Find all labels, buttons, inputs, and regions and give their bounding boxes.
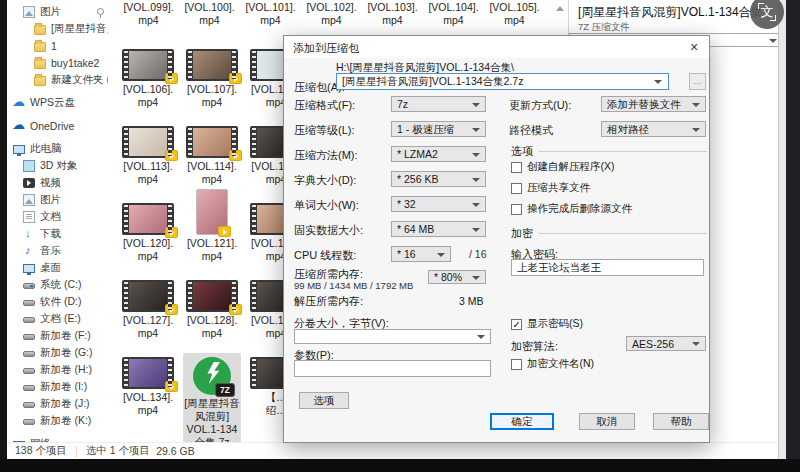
sidebar-item-icon [23,178,35,188]
file-item[interactable]: [VOL.113].mp4 [116,122,180,186]
sidebar-item[interactable]: OneDrive [7,117,108,134]
sidebar-item-label: 新加卷 (I:) [40,380,87,394]
field-dropdown[interactable]: * 64 MB [391,221,486,237]
field-dropdown[interactable]: 1 - 极速压缩 [391,121,486,137]
file-name: [VOL.127].mp4 [123,314,173,340]
browse-button[interactable]: … [689,73,706,90]
algorithm-dropdown[interactable]: AES-256 [626,336,706,351]
file-item[interactable]: [VOL.106].mp4 [116,45,180,109]
memory-percent-dropdown[interactable]: * 80% [428,270,486,284]
file-item[interactable]: [VOL.105]. mp4 [484,1,545,27]
field-dropdown[interactable]: * 16 [391,246,451,262]
sidebar-item[interactable]: 新加卷 (F:) [7,327,108,344]
sidebar-item[interactable]: buy1take2 [7,54,108,71]
file-item[interactable]: [VOL.101]. mp4 [240,1,301,27]
sidebar-item[interactable]: 新加卷 (I:) [7,378,108,395]
file-item[interactable]: [VOL.120].mp4 [116,199,180,263]
status-divider [76,446,77,457]
close-icon[interactable]: ✕ [686,39,702,55]
file-item[interactable]: [VOL.128].mp4 [180,276,244,340]
sidebar-item[interactable]: 文档 (E:) [7,310,108,327]
sidebar-item-label: 图片 [40,5,61,19]
file-item[interactable]: [VOL.099]. mp4 [118,1,179,27]
file-item[interactable]: [VOL.102]. mp4 [301,1,362,27]
dialog-button[interactable]: 确定 [490,413,554,430]
sidebar-item[interactable]: 视频 [7,174,108,191]
player-badge-icon [165,227,178,238]
field-dropdown[interactable]: * 32 [391,196,486,212]
sidebar-item[interactable]: 图片 [7,191,108,208]
sidebar-item-icon [13,120,25,132]
file-item[interactable]: [VOL.134].mp4 [116,353,180,452]
volume-size-combo[interactable] [294,329,491,344]
sidebar-item-icon [23,228,35,240]
player-badge-icon [165,304,178,315]
sidebar-item[interactable]: 新加卷 (G:) [7,344,108,361]
player-badge-icon [229,73,242,84]
path-mode-dropdown[interactable]: 相对路径 [601,121,706,137]
chevron-down-icon [477,335,485,339]
sidebar-item[interactable]: 桌面 [7,259,108,276]
scroll-up-icon[interactable] [556,6,564,11]
player-badge-icon [165,73,178,84]
sidebar-item-label: buy1take2 [51,57,99,69]
checkbox-icon[interactable] [511,183,522,194]
sidebar-item[interactable]: [周星星抖音风混 [7,20,108,37]
sidebar-item[interactable]: 新加卷 (K:) [7,412,108,429]
show-password-checkbox[interactable]: ✓ 显示密码(S) [511,317,583,331]
sidebar-item[interactable]: 新建文件夹 (8) [7,71,108,88]
file-name: [VOL.106].mp4 [123,83,173,109]
sidebar-item-label: 1 [51,40,57,52]
sidebar-item[interactable]: WPS云盘 [7,94,108,111]
sidebar-item-label: 新加卷 (F:) [40,329,91,343]
sidebar-item[interactable]: 3D 对象 [7,157,108,174]
scrollbar-track[interactable] [778,0,786,459]
options-button[interactable]: 选项 [299,392,349,409]
archive-name-input[interactable]: [周星星抖音风混剪]VOL.1-134合集2.7z [336,73,669,90]
dialog-titlebar[interactable]: 添加到压缩包 ✕ [284,36,709,58]
translate-brackets-icon [758,3,776,21]
video-thumbnail [122,357,174,389]
update-mode-dropdown[interactable]: 添加并替换文件 [601,96,706,112]
field-dropdown[interactable]: * 256 KB [391,171,486,187]
field-label: 压缩格式(F): [294,98,355,113]
option-checkbox[interactable]: 创建自解压程序(X) [511,160,615,174]
sidebar-item-label: 文档 (E:) [40,312,81,326]
file-item[interactable]: [VOL.121].mp4 [180,199,244,263]
sidebar-item[interactable]: 下载 [7,225,108,242]
player-badge-icon [165,381,178,392]
checkbox-icon[interactable] [511,359,522,370]
sidebar-item[interactable]: 软件 (D:) [7,293,108,310]
dialog-button[interactable]: 取消 [579,413,635,430]
file-item[interactable]: [VOL.107].mp4 [180,45,244,109]
sidebar-item[interactable]: 系统 (C:) [7,276,108,293]
file-item[interactable]: [VOL.127].mp4 [116,276,180,340]
dialog-button[interactable]: 帮助 [653,413,709,430]
file-item[interactable]: [VOL.114].mp4 [180,122,244,186]
sidebar-item[interactable]: 新加卷 (J:) [7,395,108,412]
sidebar-item[interactable]: 图片 [7,3,108,20]
archive-file-item-selected[interactable]: 7Z [周星星抖音 风混剪] VOL.1-134 合集.7z [180,353,244,452]
file-item[interactable]: [VOL.103]. mp4 [362,1,423,27]
password-input[interactable]: 上老王论坛当老王 [511,259,704,276]
checkbox-icon[interactable] [511,162,522,173]
sidebar-item[interactable]: 新加卷 (H:) [7,361,108,378]
video-thumbnail [122,203,174,235]
option-checkbox[interactable]: 操作完成后删除源文件 [511,202,632,216]
field-dropdown[interactable]: * LZMA2 [391,146,486,162]
field-dropdown[interactable]: 7z [391,96,486,112]
encrypt-names-checkbox[interactable]: 加密文件名(N) [511,357,594,371]
chevron-down-icon [769,39,777,43]
option-checkbox[interactable]: 压缩共享文件 [511,181,590,195]
sidebar-item-label: 下载 [40,227,61,241]
checkbox-checked-icon[interactable]: ✓ [511,319,522,330]
file-item[interactable]: [VOL.100]. mp4 [179,1,240,27]
file-item[interactable]: [VOL.104]. mp4 [423,1,484,27]
sidebar-item[interactable]: 此电脑 [7,140,108,157]
chevron-down-icon[interactable] [654,80,662,84]
sidebar-item[interactable]: 文档 [7,208,108,225]
checkbox-icon[interactable] [511,204,522,215]
parameters-input[interactable] [294,360,491,377]
sidebar-item[interactable]: 1 [7,37,108,54]
sidebar-item[interactable]: 音乐 [7,242,108,259]
